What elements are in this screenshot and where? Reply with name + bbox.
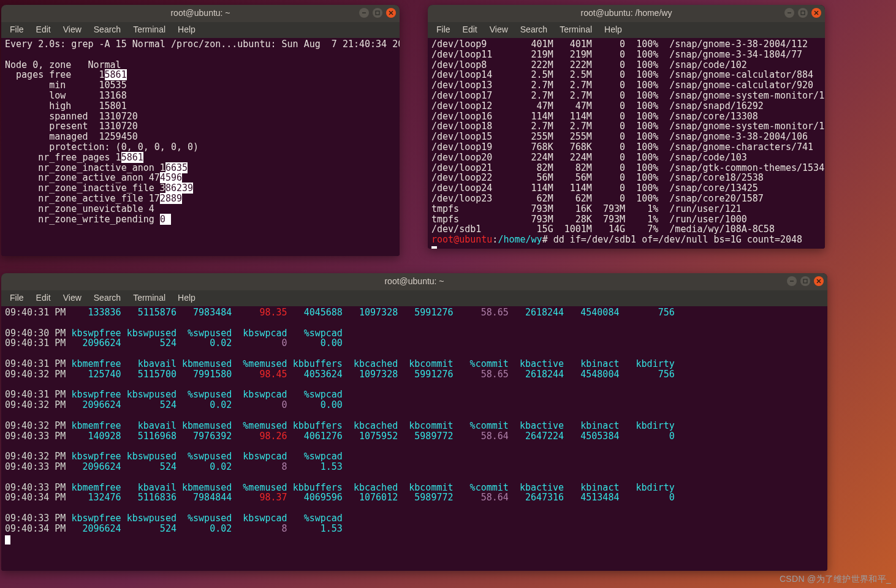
menu-terminal[interactable]: Terminal bbox=[127, 23, 172, 37]
svg-rect-1 bbox=[376, 11, 379, 15]
menu-edit[interactable]: Edit bbox=[457, 23, 484, 37]
menubar: File Edit View Search Terminal Help bbox=[1, 290, 827, 306]
window-title: root@ubuntu: /home/wy bbox=[581, 9, 672, 18]
svg-rect-9 bbox=[803, 279, 807, 283]
menu-file[interactable]: File bbox=[4, 23, 30, 37]
menu-file[interactable]: File bbox=[430, 23, 457, 37]
titlebar[interactable]: root@ubuntu: ~ bbox=[1, 273, 827, 290]
maximize-button[interactable] bbox=[800, 276, 810, 286]
minimize-button[interactable] bbox=[787, 276, 797, 286]
terminal-window-watch: root@ubuntu: ~ File Edit View Search Ter… bbox=[1, 5, 400, 256]
window-title: root@ubuntu: ~ bbox=[384, 277, 444, 287]
menu-search[interactable]: Search bbox=[88, 292, 127, 305]
menu-search[interactable]: Search bbox=[514, 23, 553, 37]
menu-help[interactable]: Help bbox=[172, 23, 202, 37]
window-controls bbox=[784, 8, 821, 18]
menu-edit[interactable]: Edit bbox=[30, 292, 57, 305]
titlebar[interactable]: root@ubuntu: ~ bbox=[1, 5, 400, 22]
close-button[interactable] bbox=[814, 276, 824, 286]
minimize-button[interactable] bbox=[784, 8, 794, 18]
terminal-body[interactable]: 09:40:31 PM 133836 5115876 7983484 98.35… bbox=[1, 306, 827, 571]
terminal-window-sar: root@ubuntu: ~ File Edit View Search Ter… bbox=[1, 273, 827, 571]
maximize-button[interactable] bbox=[798, 8, 808, 18]
menu-edit[interactable]: Edit bbox=[30, 23, 57, 37]
menubar: File Edit View Search Terminal Help bbox=[1, 22, 400, 38]
menu-help[interactable]: Help bbox=[598, 23, 628, 37]
terminal-body[interactable]: /dev/loop9 401M 401M 0 100% /snap/gnome-… bbox=[428, 38, 825, 249]
menu-file[interactable]: File bbox=[4, 292, 30, 305]
close-button[interactable] bbox=[386, 8, 396, 18]
svg-rect-5 bbox=[801, 11, 805, 15]
titlebar[interactable]: root@ubuntu: /home/wy bbox=[428, 5, 825, 22]
menu-terminal[interactable]: Terminal bbox=[553, 23, 598, 37]
minimize-button[interactable] bbox=[359, 8, 369, 18]
menu-help[interactable]: Help bbox=[172, 292, 202, 305]
window-controls bbox=[359, 8, 396, 18]
close-button[interactable] bbox=[811, 8, 821, 18]
terminal-body[interactable]: Every 2.0s: grep -A 15 Normal /proc/zon.… bbox=[1, 38, 400, 256]
watermark: CSDN @为了维护世界和平_ bbox=[780, 575, 891, 584]
window-controls bbox=[787, 276, 824, 286]
menu-terminal[interactable]: Terminal bbox=[127, 292, 172, 305]
menu-search[interactable]: Search bbox=[88, 23, 127, 37]
menu-view[interactable]: View bbox=[57, 292, 88, 305]
window-title: root@ubuntu: ~ bbox=[170, 9, 230, 18]
terminal-window-df: root@ubuntu: /home/wy File Edit View Sea… bbox=[428, 5, 825, 249]
menu-view[interactable]: View bbox=[57, 23, 88, 37]
menu-view[interactable]: View bbox=[484, 23, 514, 37]
menubar: File Edit View Search Terminal Help bbox=[428, 22, 825, 38]
maximize-button[interactable] bbox=[373, 8, 382, 18]
